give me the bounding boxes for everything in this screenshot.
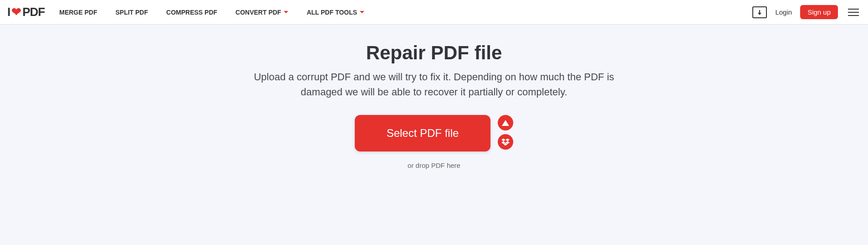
select-pdf-button[interactable]: Select PDF file [355, 115, 491, 151]
signup-button[interactable]: Sign up [800, 5, 838, 19]
hamburger-line [848, 9, 859, 10]
page-title: Repair PDF file [0, 42, 868, 64]
download-arrow-icon [759, 10, 760, 15]
caret-down-icon [360, 11, 364, 13]
nav-split-pdf[interactable]: SPLIT PDF [115, 9, 148, 16]
hamburger-line [848, 15, 859, 16]
nav-compress-pdf[interactable]: COMPRESS PDF [166, 9, 217, 16]
dropbox-icon [501, 138, 510, 146]
main-nav: MERGE PDF SPLIT PDF COMPRESS PDF CONVERT… [59, 9, 364, 16]
file-select-area: Select PDF file [0, 115, 868, 151]
hamburger-menu-button[interactable] [846, 7, 861, 18]
google-drive-button[interactable] [498, 115, 513, 130]
nav-all-pdf-tools[interactable]: ALL PDF TOOLS [306, 9, 364, 16]
nav-label: SPLIT PDF [115, 9, 148, 16]
login-link[interactable]: Login [775, 8, 792, 16]
nav-label: ALL PDF TOOLS [306, 9, 357, 16]
nav-label: CONVERT PDF [235, 9, 281, 16]
logo-text-pdf: PDF [22, 5, 45, 19]
caret-down-icon [284, 11, 288, 13]
nav-label: COMPRESS PDF [166, 9, 217, 16]
page-subtitle: Upload a corrupt PDF and we will try to … [252, 69, 616, 99]
google-drive-icon [502, 120, 509, 126]
header-right: Login Sign up [752, 5, 861, 19]
logo[interactable]: I ❤ PDF [7, 5, 45, 19]
drop-hint-text: or drop PDF here [0, 162, 868, 169]
heart-icon: ❤ [11, 5, 21, 19]
main-content: Repair PDF file Upload a corrupt PDF and… [0, 25, 868, 245]
download-desktop-button[interactable] [752, 6, 767, 18]
nav-convert-pdf[interactable]: CONVERT PDF [235, 9, 288, 16]
nav-label: MERGE PDF [59, 9, 97, 16]
hamburger-line [848, 12, 859, 13]
cloud-upload-buttons [498, 115, 513, 150]
dropbox-button[interactable] [498, 134, 513, 150]
nav-merge-pdf[interactable]: MERGE PDF [59, 9, 97, 16]
header: I ❤ PDF MERGE PDF SPLIT PDF COMPRESS PDF… [0, 0, 868, 25]
logo-text-i: I [7, 5, 10, 19]
